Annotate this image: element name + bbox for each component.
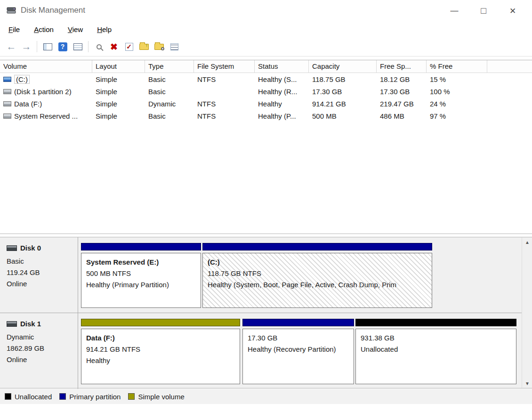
volume-pct-free: 15 %	[427, 75, 487, 83]
partition-c-drive[interactable]: (C:) 118.75 GB NTFS Healthy (System, Boo…	[202, 243, 432, 308]
menu-view[interactable]: View	[68, 25, 83, 33]
volume-free-space: 18.12 GB	[377, 75, 427, 83]
explore-button[interactable]	[153, 40, 166, 53]
disk-name: Disk 0	[20, 244, 41, 252]
volume-drive-icon	[3, 113, 11, 119]
scroll-down-icon[interactable]: ▼	[522, 379, 532, 388]
primary-partition-color-bar	[202, 243, 432, 250]
properties-button[interactable]	[168, 40, 181, 53]
partition-data-f[interactable]: Data (F:) 914.21 GB NTFS Healthy	[81, 319, 240, 384]
column-header-status[interactable]: Status	[255, 60, 309, 73]
legend-item-primary-partition: Primary partition	[59, 393, 121, 401]
open-folder-button[interactable]: ↑	[137, 40, 151, 53]
title-bar: Disk Management — □ ✕	[0, 0, 532, 22]
partition-status: Unallocated	[361, 344, 516, 355]
volume-name: (Disk 1 partition 2)	[14, 88, 72, 96]
volume-type: Basic	[145, 88, 194, 96]
view-button[interactable]	[92, 40, 105, 53]
volume-file-system: NTFS	[194, 112, 255, 120]
show-console-tree-button[interactable]	[41, 40, 54, 53]
scroll-up-icon[interactable]: ▲	[522, 237, 532, 247]
volume-drive-icon	[3, 101, 11, 106]
disk0-info-panel[interactable]: Disk 0 Basic 119.24 GB Online	[0, 237, 78, 313]
volume-type: Dynamic	[145, 100, 194, 108]
volume-name: (C:)	[14, 75, 30, 84]
legend-label: Simple volume	[138, 393, 184, 401]
partition-system-reserved[interactable]: System Reserved (E:) 500 MB NTFS Healthy…	[81, 243, 201, 308]
table-row[interactable]: System Reserved ... Simple Basic NTFS He…	[0, 110, 532, 122]
volume-layout: Simple	[92, 75, 145, 83]
toolbar: ← → ? ✖ ✓ ↑	[0, 37, 532, 57]
disk0-partitions: System Reserved (E:) 500 MB NTFS Healthy…	[78, 237, 522, 313]
forward-button[interactable]: →	[20, 40, 33, 53]
mark-active-button[interactable]: ✓	[122, 40, 136, 53]
volume-name: Data (F:)	[14, 100, 42, 108]
legend-item-unallocated: Unallocated	[5, 393, 52, 401]
table-row[interactable]: (C:) Simple Basic NTFS Healthy (S... 118…	[0, 73, 532, 85]
disk-size: 119.24 GB	[7, 267, 78, 278]
help-icon: ?	[58, 42, 67, 51]
legend-bar: Unallocated Primary partition Simple vol…	[0, 389, 532, 404]
column-header-type[interactable]: Type	[145, 60, 194, 73]
disk-type: Basic	[7, 256, 78, 267]
volume-layout: Simple	[92, 100, 145, 108]
toolbar-separator	[88, 41, 89, 52]
menu-action[interactable]: Action	[34, 25, 54, 33]
folder-search-icon	[154, 44, 164, 50]
column-header-volume[interactable]: Volume	[0, 60, 92, 73]
volume-file-system: NTFS	[194, 100, 255, 108]
back-button[interactable]: ←	[5, 40, 18, 53]
volume-list-header: Volume Layout Type File System Status Ca…	[0, 60, 532, 73]
maximize-button[interactable]: □	[469, 6, 498, 16]
help-button[interactable]: ?	[56, 40, 69, 53]
back-arrow-icon: ←	[7, 41, 16, 52]
column-header-layout[interactable]: Layout	[92, 60, 145, 73]
minimize-button[interactable]: —	[440, 6, 469, 16]
volume-status: Healthy (P...	[255, 112, 309, 120]
legend-label: Primary partition	[69, 393, 121, 401]
disk-row-1: Disk 1 Dynamic 1862.89 GB Online Data (F…	[0, 313, 532, 389]
column-header-filler	[487, 60, 532, 73]
column-header-capacity[interactable]: Capacity	[309, 60, 377, 73]
volume-free-space: 17.30 GB	[377, 88, 427, 96]
volume-drive-icon	[3, 77, 11, 82]
partition-status: Healthy	[86, 355, 240, 366]
disk-type: Dynamic	[7, 331, 78, 343]
checkmark-icon: ✓	[125, 43, 133, 51]
window-title: Disk Management	[21, 6, 85, 15]
table-row[interactable]: Data (F:) Simple Dynamic NTFS Healthy 91…	[0, 97, 532, 110]
partition-title: (C:)	[208, 257, 432, 268]
simple-volume-swatch-icon	[128, 393, 135, 400]
partition-recovery[interactable]: 17.30 GB Healthy (Recovery Partition)	[242, 319, 354, 384]
column-header-pct-free[interactable]: % Free	[427, 60, 487, 73]
console-tree-icon	[43, 43, 52, 50]
column-header-file-system[interactable]: File System	[194, 60, 255, 73]
volume-capacity: 500 MB	[309, 112, 377, 120]
disk-status: Online	[7, 354, 78, 365]
delete-volume-button[interactable]: ✖	[107, 40, 121, 53]
folder-up-icon: ↑	[139, 44, 149, 50]
volume-pct-free: 97 %	[427, 112, 487, 120]
menu-file[interactable]: File	[8, 25, 20, 33]
menu-help[interactable]: Help	[97, 25, 112, 33]
volume-free-space: 486 MB	[377, 112, 427, 120]
volume-free-space: 219.47 GB	[377, 100, 427, 108]
disk1-partitions: Data (F:) 914.21 GB NTFS Healthy 17.30 G…	[78, 313, 522, 389]
vertical-scrollbar[interactable]: ▲ ▼	[522, 237, 532, 388]
magnifier-icon	[97, 44, 102, 49]
disk1-info-panel[interactable]: Disk 1 Dynamic 1862.89 GB Online	[0, 313, 78, 389]
unallocated-color-bar	[355, 319, 516, 326]
show-details-button[interactable]	[71, 40, 84, 53]
volume-file-system: NTFS	[194, 75, 255, 83]
delete-x-icon: ✖	[110, 41, 118, 52]
partition-size: 17.30 GB	[248, 332, 354, 344]
table-row[interactable]: (Disk 1 partition 2) Simple Basic Health…	[0, 85, 532, 97]
volume-layout: Simple	[92, 112, 145, 120]
volume-status: Healthy	[255, 100, 309, 108]
partition-size: 931.38 GB	[361, 332, 516, 344]
partition-unallocated[interactable]: 931.38 GB Unallocated	[355, 319, 516, 384]
close-button[interactable]: ✕	[498, 6, 527, 16]
legend-label: Unallocated	[15, 393, 52, 401]
menu-bar: File Action View Help	[0, 22, 532, 37]
column-header-free-space[interactable]: Free Sp...	[377, 60, 427, 73]
